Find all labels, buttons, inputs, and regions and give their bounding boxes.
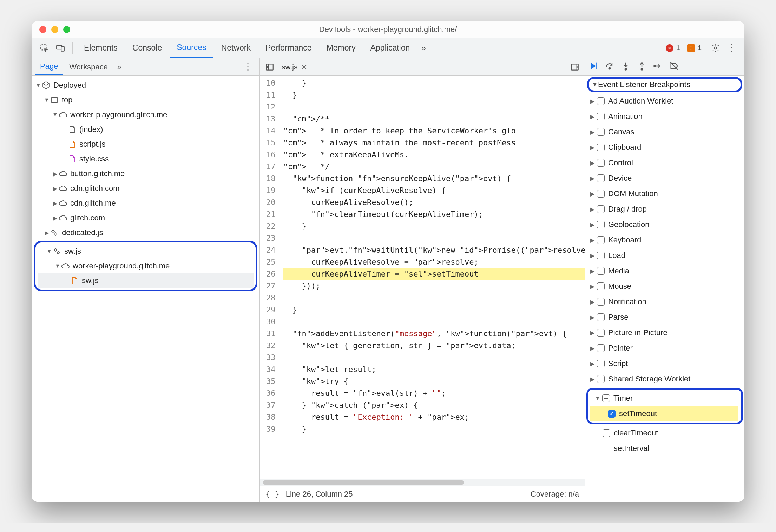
step-into-icon[interactable] [621,61,631,73]
tab-elements[interactable]: Elements [78,38,124,58]
bp-category-timer[interactable]: ▼Timer [590,391,738,406]
tree-cloud-1[interactable]: ▶cdn.glitch.com [32,181,259,196]
checkbox-icon[interactable] [597,252,605,259]
bp-category[interactable]: ▶Notification [585,294,744,310]
step-over-icon[interactable] [605,61,614,73]
tab-performance[interactable]: Performance [259,38,318,58]
bp-category[interactable]: ▶Animation [585,109,744,124]
close-tab-icon[interactable]: ✕ [301,63,307,71]
bp-category[interactable]: ▶Geolocation [585,217,744,232]
tree-cloud-2[interactable]: ▶cdn.glitch.me [32,196,259,211]
bp-category[interactable]: ▶Script [585,356,744,371]
tree-sw-root[interactable]: ▼sw.js [38,244,254,259]
checkbox-icon[interactable] [597,144,605,151]
bp-category[interactable]: ▶Canvas [585,124,744,140]
tree-sw-domain[interactable]: ▼worker-playground.glitch.me [38,259,254,273]
bp-category[interactable]: ▶Media [585,263,744,279]
checkbox-icon[interactable] [597,329,605,337]
bp-category[interactable]: ▶Load [585,248,744,263]
bp-category[interactable]: ▶Control [585,155,744,171]
bp-category[interactable]: ▶Shared Storage Worklet [585,371,744,387]
device-toolbar-icon[interactable] [53,41,67,55]
tree-dedicated[interactable]: ▶dedicated.js [32,225,259,240]
scrollbar-thumb[interactable] [263,480,464,485]
code-editor[interactable]: 1011121314151617181920212223242526272829… [260,76,585,479]
settings-icon[interactable] [709,41,723,55]
checkbox-icon[interactable] [597,190,605,198]
divider [72,42,73,54]
tree-cloud-0[interactable]: ▶button.glitch.me [32,166,259,181]
step-out-icon[interactable] [637,61,647,73]
checkbox-icon[interactable] [597,267,605,275]
subtab-workspace[interactable]: Workspace [64,58,113,75]
step-icon[interactable] [653,61,663,73]
bp-category[interactable]: ▶Device [585,171,744,186]
tree-file-index[interactable]: (index) [32,122,259,137]
toggle-debugger-icon[interactable] [568,60,582,74]
tab-sources[interactable]: Sources [170,38,212,58]
checkbox-icon[interactable] [597,313,605,321]
toggle-navigator-icon[interactable] [263,60,277,74]
event-listener-breakpoints-header[interactable]: ▼Event Listener Breakpoints [587,77,742,92]
checkbox-icon[interactable] [597,375,605,383]
deactivate-breakpoints-icon[interactable] [669,61,679,73]
bp-category[interactable]: ▶Clipboard [585,140,744,155]
kebab-menu-icon[interactable]: ⋮ [725,41,739,55]
navigator-overflow[interactable]: » [114,62,124,72]
checkbox-icon[interactable] [603,429,610,437]
tree-file-style[interactable]: style.css [32,152,259,166]
tabs-overflow[interactable]: » [418,43,428,53]
svg-point-8 [57,252,59,254]
horizontal-scrollbar[interactable] [260,479,585,486]
checkbox-icon[interactable] [597,344,605,352]
bp-setinterval[interactable]: setInterval [585,441,744,456]
tree-sw-file[interactable]: sw.js [38,273,254,288]
cloud-icon [61,261,70,271]
tree-cloud-3[interactable]: ▶glitch.com [32,211,259,225]
braces-icon[interactable]: { } [265,490,280,498]
cube-icon [41,81,51,90]
checkbox-icon[interactable] [597,221,605,228]
checkbox-icon[interactable] [597,159,605,167]
editor-tab-swjs[interactable]: sw.js✕ [280,63,309,71]
warning-icon[interactable]: ! [687,44,695,52]
tree-domain[interactable]: ▼worker-playground.glitch.me [32,107,259,122]
checkbox-icon[interactable] [597,360,605,367]
checkbox-icon[interactable] [597,282,605,290]
bp-settimeout[interactable]: setTimeout [590,406,738,421]
error-icon[interactable]: × [666,44,673,52]
checkbox-icon[interactable] [597,97,605,105]
checkbox-icon[interactable] [597,236,605,244]
bp-category[interactable]: ▶Pointer [585,340,744,356]
checkbox-icon[interactable] [597,113,605,120]
tab-console[interactable]: Console [126,38,168,58]
bp-category[interactable]: ▶DOM Mutation [585,186,744,201]
checkbox-checked-icon[interactable] [608,410,616,418]
svg-rect-4 [51,98,58,102]
debugger-panel: ▼Event Listener Breakpoints ▶Ad Auction … [585,58,744,502]
tab-memory[interactable]: Memory [320,38,362,58]
tab-network[interactable]: Network [215,38,257,58]
checkbox-icon[interactable] [597,174,605,182]
bp-category[interactable]: ▶Ad Auction Worklet [585,93,744,109]
checkbox-mixed-icon[interactable] [602,394,610,402]
tree-top[interactable]: ▼top [32,93,259,107]
tab-application[interactable]: Application [364,38,416,58]
checkbox-icon[interactable] [603,445,610,452]
code-area[interactable]: } } "cm">/** "cm"> * In order to keep th… [280,76,585,479]
inspect-icon[interactable] [37,41,51,55]
bp-category[interactable]: ▶Parse [585,310,744,325]
bp-category[interactable]: ▶Drag / drop [585,201,744,217]
checkbox-icon[interactable] [597,205,605,213]
bp-category[interactable]: ▶Keyboard [585,232,744,248]
bp-category[interactable]: ▶Picture-in-Picture [585,325,744,340]
tree-file-script[interactable]: script.js [32,137,259,152]
subtab-page[interactable]: Page [35,58,63,75]
tree-deployed[interactable]: ▼Deployed [32,78,259,93]
resume-icon[interactable] [588,61,598,73]
bp-cleartimeout[interactable]: clearTimeout [585,425,744,441]
navigator-menu-icon[interactable]: ⋮ [240,61,256,72]
bp-category[interactable]: ▶Mouse [585,279,744,294]
checkbox-icon[interactable] [597,298,605,306]
checkbox-icon[interactable] [597,128,605,136]
